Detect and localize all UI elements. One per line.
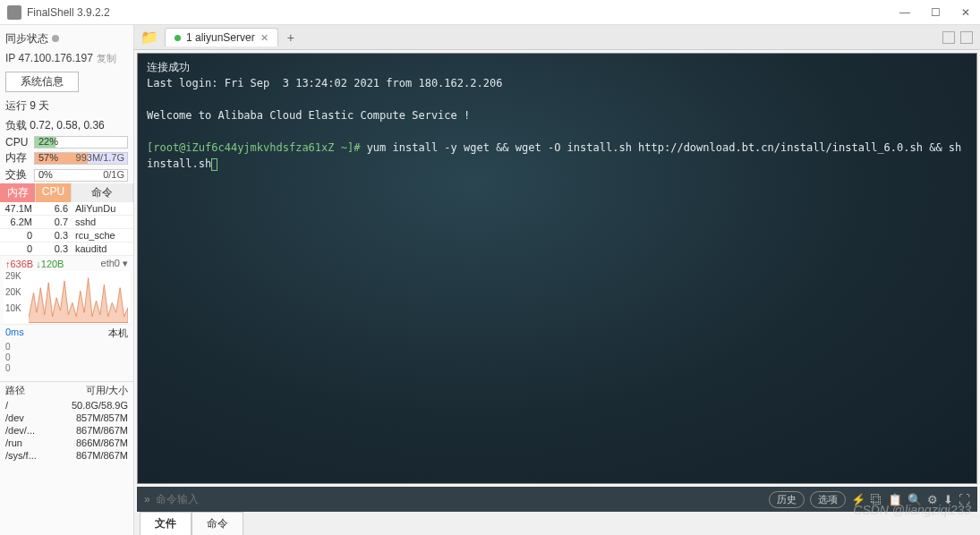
disk-row[interactable]: /sys/f...867M/867M	[0, 449, 133, 462]
proc-cmd: kauditd	[72, 242, 133, 255]
process-list: 47.1M6.6AliYunDu6.2M0.7sshd00.3rcu_sche0…	[0, 202, 133, 256]
main-area: 📁 1 aliyunServer ✕ + 连接成功 Last login: Fr…	[134, 25, 980, 535]
process-row[interactable]: 6.2M0.7sshd	[0, 216, 133, 229]
proc-h-cmd[interactable]: 命令	[72, 183, 133, 202]
sync-status-row: 同步状态	[0, 29, 133, 48]
tab-commands[interactable]: 命令	[192, 512, 243, 535]
tab-status-dot	[175, 35, 181, 41]
paste-icon[interactable]: 📋	[888, 493, 902, 506]
grid-view-icon[interactable]	[942, 31, 955, 44]
cpu-bar: 22%	[34, 136, 128, 149]
process-row[interactable]: 00.3rcu_sche	[0, 229, 133, 242]
net-chart: 29K 20K 10K	[4, 271, 130, 325]
folder-icon[interactable]: 📁	[138, 29, 161, 47]
cpu-pct: 22%	[38, 136, 58, 147]
command-input[interactable]	[156, 493, 763, 505]
disk-path: /sys/f...	[5, 450, 50, 461]
mem-label: 内存	[5, 150, 32, 166]
list-view-icon[interactable]	[960, 31, 973, 44]
disk-h-path[interactable]: 路径	[5, 384, 50, 397]
uptime-row: 运行 9 天	[0, 96, 133, 115]
disk-size: 50.8G/58.9G	[50, 400, 128, 411]
command-bar: » 历史 选项 ⚡ ⿻ 📋 🔍 ⚙ ⬇ ⛶	[137, 487, 977, 512]
latency-row: 0ms 本机	[0, 325, 133, 342]
bolt-icon[interactable]: ⚡	[851, 493, 865, 506]
tab-aliyunserver[interactable]: 1 aliyunServer ✕	[165, 28, 278, 47]
process-header: 内存 CPU 命令	[0, 183, 133, 202]
term-line4: Welcome to Alibaba Cloud Elastic Compute…	[147, 109, 470, 122]
gear-icon[interactable]: ⚙	[927, 493, 938, 506]
net-iface[interactable]: eth0 ▾	[101, 258, 128, 269]
add-tab-button[interactable]: +	[287, 30, 294, 45]
proc-cmd: sshd	[72, 216, 133, 228]
terminal[interactable]: 连接成功 Last login: Fri Sep 3 13:24:02 2021…	[137, 53, 977, 484]
mem-pct: 57%	[38, 152, 58, 163]
disk-size: 867M/867M	[50, 450, 128, 461]
cpu-row: CPU 22%	[0, 135, 133, 149]
minimize-button[interactable]: —	[898, 6, 912, 19]
fullscreen-icon[interactable]: ⛶	[959, 493, 970, 506]
ip-address: IP 47.100.176.197	[5, 50, 93, 66]
copy-ip-button[interactable]: 复制	[97, 50, 116, 66]
proc-cmd: AliYunDu	[72, 202, 133, 215]
term-prompt: [root@iZuf6c44yjmkvhdsfza61xZ ~]#	[147, 141, 367, 154]
disk-path: /dev/...	[5, 425, 50, 436]
disk-row[interactable]: /50.8G/58.9G	[0, 399, 133, 412]
latency-value: 0ms	[5, 327, 24, 340]
search-icon[interactable]: 🔍	[908, 493, 922, 506]
disk-path: /run	[5, 437, 50, 448]
history-button[interactable]: 历史	[769, 491, 805, 508]
app-icon	[7, 5, 21, 20]
latency-host[interactable]: 本机	[108, 327, 128, 340]
window-buttons: — ☐ ✕	[898, 6, 973, 19]
proc-h-cpu[interactable]: CPU	[36, 183, 72, 202]
proc-mem: 47.1M	[0, 202, 36, 215]
disk-h-size[interactable]: 可用/大小	[50, 384, 128, 397]
term-line2: Last login: Fri Sep 3 13:24:02 2021 from…	[147, 77, 502, 89]
system-info-button[interactable]: 系统信息	[5, 72, 79, 92]
swap-bar: 0% 0/1G	[34, 169, 128, 182]
options-button[interactable]: 选项	[810, 491, 846, 508]
app-title: FinalShell 3.9.2.2	[27, 6, 898, 19]
copy-icon[interactable]: ⿻	[871, 493, 882, 506]
process-row[interactable]: 47.1M6.6AliYunDu	[0, 202, 133, 216]
proc-cmd: rcu_sche	[72, 229, 133, 242]
swap-label: 交换	[5, 167, 32, 183]
view-icons	[942, 31, 973, 44]
disk-row[interactable]: /run866M/867M	[0, 437, 133, 449]
bottom-tabs: 文件 命令	[134, 512, 980, 535]
disk-row[interactable]: /dev857M/857M	[0, 412, 133, 424]
load-row: 负载 0.72, 0.58, 0.36	[0, 115, 133, 135]
proc-cpu: 0.7	[36, 216, 72, 228]
latency-chart: 0 0 0	[5, 342, 128, 378]
disk-size: 866M/867M	[50, 437, 128, 448]
proc-cpu: 0.3	[36, 229, 72, 242]
net-sparkline	[29, 273, 128, 323]
mem-bar: 57% 993M/1.7G	[34, 152, 128, 165]
disk-row[interactable]: /dev/...867M/867M	[0, 424, 133, 437]
tab-label: 1 aliyunServer	[186, 31, 255, 44]
maximize-button[interactable]: ☐	[928, 6, 942, 19]
swap-row: 交换 0% 0/1G	[0, 166, 133, 183]
tabbar: 📁 1 aliyunServer ✕ +	[134, 25, 980, 50]
process-row[interactable]: 00.3kauditd	[0, 242, 133, 256]
disk-size: 867M/867M	[50, 425, 128, 436]
close-button[interactable]: ✕	[959, 6, 973, 19]
tab-files[interactable]: 文件	[140, 512, 192, 535]
sync-status-dot	[52, 35, 59, 42]
cpu-label: CPU	[5, 136, 32, 149]
sync-label: 同步状态	[5, 30, 48, 47]
disk-path: /dev	[5, 412, 50, 423]
sidebar: 同步状态 IP 47.100.176.197 复制 系统信息 运行 9 天 负载…	[0, 25, 134, 535]
net-down: ↓120B	[36, 259, 64, 269]
disk-header: 路径 可用/大小	[0, 381, 133, 399]
tab-close-icon[interactable]: ✕	[260, 32, 268, 44]
net-up: ↑636B	[5, 259, 33, 269]
proc-h-mem[interactable]: 内存	[0, 183, 36, 202]
mem-row: 内存 57% 993M/1.7G	[0, 149, 133, 166]
download-icon[interactable]: ⬇	[943, 493, 953, 506]
titlebar: FinalShell 3.9.2.2 — ☐ ✕	[0, 0, 980, 25]
proc-mem: 0	[0, 229, 36, 242]
swap-text: 0/1G	[103, 169, 124, 180]
mem-text: 993M/1.7G	[76, 152, 124, 163]
